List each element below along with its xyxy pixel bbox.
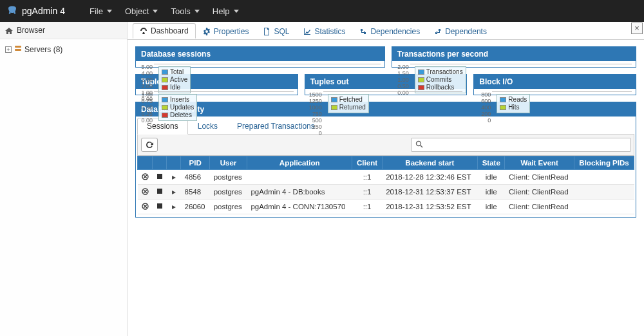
cell-start: 2018-12-31 12:53:52 EST [382,200,477,214]
stop-icon[interactable] [153,200,167,214]
tab-sql[interactable]: SQL [256,24,296,39]
col-header[interactable]: State [478,156,505,170]
cell-user: postgres [210,170,247,185]
activity-toolbar [137,135,634,156]
dashboard-body: Database sessions 5.004.003.002.001.000.… [128,40,644,336]
sql-icon [263,28,270,35]
statistics-icon [303,28,311,35]
cell-state: idle [478,170,505,185]
cell-app: pgAdmin 4 - DB:books [247,185,352,200]
cell-state: idle [478,200,505,214]
cell-wait: Client: ClientRead [505,170,574,185]
app-logo[interactable]: pgAdmin 4 [6,5,65,17]
table-row[interactable]: ▸8548postgrespgAdmin 4 - DB:books::12018… [138,185,634,200]
cancel-icon[interactable] [138,185,153,200]
tab-dashboard[interactable]: Dashboard [133,23,196,39]
card-db-sessions: Database sessions 5.004.003.002.001.000.… [135,46,385,68]
home-icon [5,27,13,33]
chart-block-io: ReadsHits [492,91,632,92]
legend: FetchedReturned [328,94,369,113]
card-tps: Transactions per second 2.001.501.000.50… [392,46,636,68]
svg-rect-39 [157,189,162,194]
card-title: Database activity [136,102,636,117]
legend: ReadsHits [497,94,530,113]
tab-dependencies[interactable]: Dependencies [352,24,427,39]
menu-file[interactable]: File [90,6,112,16]
expand-row-icon[interactable]: ▸ [167,200,181,214]
expand-icon[interactable]: + [5,46,12,53]
yaxis: 5.004.003.002.001.000.00 [137,64,153,64]
object-tree: + Servers (8) [0,39,127,59]
stop-icon[interactable] [153,185,167,200]
main-panel: Dashboard Properties SQL Statistics Depe… [128,22,644,336]
col-header[interactable]: User [210,156,247,170]
cell-app: pgAdmin 4 - CONN:7130570 [247,200,352,214]
col-header[interactable]: Wait Event [505,156,574,170]
server-group-icon [14,44,22,54]
card-title: Block I/O [474,75,636,89]
menu-help[interactable]: Help [213,6,239,16]
col-header[interactable]: Backend start [382,156,477,170]
card-block-io: Block I/O 8006004002000 ReadsHits [473,74,636,95]
table-row[interactable]: ▸26060postgrespgAdmin 4 - CONN:7130570::… [138,200,634,214]
main-tabs: Dashboard Properties SQL Statistics Depe… [128,22,644,40]
col-header[interactable]: Blocking PIDs [574,156,634,170]
search-wrap [404,138,630,152]
sidebar-title: Browser [17,26,45,35]
card-title: Database sessions [136,47,384,61]
tree-servers[interactable]: + Servers (8) [3,43,124,55]
legend: InsertsUpdatesDeletes [158,94,197,121]
svg-rect-0 [15,46,21,48]
menu-object[interactable]: Object [125,6,158,16]
cell-block [574,170,634,185]
cell-pid: 4856 [181,170,210,185]
cell-start: 2018-12-31 12:53:37 EST [382,185,477,200]
tab-dependents[interactable]: Dependents [427,24,494,39]
brand-label: pgAdmin 4 [22,6,65,16]
expand-row-icon[interactable]: ▸ [167,185,181,200]
svg-rect-1 [15,49,21,51]
search-input[interactable] [412,138,630,152]
cancel-icon[interactable] [138,170,153,185]
menu-tools[interactable]: Tools [171,6,199,16]
elephant-icon [6,5,18,17]
close-panel-button[interactable]: × [631,23,643,34]
chart-db-sessions: TotalActiveIdle [154,64,381,64]
table-row[interactable]: ▸4856postgres::12018-12-28 12:32:46 ESTi… [138,170,634,185]
cell-client: ::1 [352,185,382,200]
dependencies-icon [359,28,367,35]
dashboard-icon [140,27,147,35]
sidebar: Browser + Servers (8) [0,22,128,336]
main-menu: File Object Tools Help [90,6,239,16]
col-header[interactable]: Application [247,156,352,170]
svg-line-31 [421,145,422,147]
card-title: Transactions per second [392,47,636,61]
cell-pid: 8548 [181,185,210,200]
tab-statistics[interactable]: Statistics [296,24,352,39]
expand-row-icon[interactable]: ▸ [167,170,181,185]
chart-tuples-out: FetchedReturned [323,91,463,92]
cell-app [247,170,352,185]
top-navbar: pgAdmin 4 File Object Tools Help [0,0,644,22]
cell-user: postgres [210,200,247,214]
svg-rect-43 [157,203,162,209]
yaxis: 8006004002000 [475,91,491,92]
col-header[interactable]: Client [352,156,382,170]
tab-properties[interactable]: Properties [196,24,256,39]
yaxis: 1.000.750.500.250.00 [137,91,153,92]
tree-servers-label: Servers (8) [24,45,62,54]
cell-wait: Client: ClientRead [505,200,574,214]
stop-icon[interactable] [153,170,167,185]
cell-state: idle [478,185,505,200]
col-header[interactable]: PID [181,156,210,170]
cell-block [574,200,634,214]
sidebar-header: Browser [0,22,127,39]
dependents-icon [434,28,442,35]
cell-user: postgres [210,185,247,200]
svg-point-30 [417,141,421,145]
refresh-button[interactable] [141,138,158,152]
cell-wait: Client: ClientRead [505,185,574,200]
cancel-icon[interactable] [138,200,153,214]
svg-rect-35 [157,174,162,179]
cell-pid: 26060 [181,200,210,214]
